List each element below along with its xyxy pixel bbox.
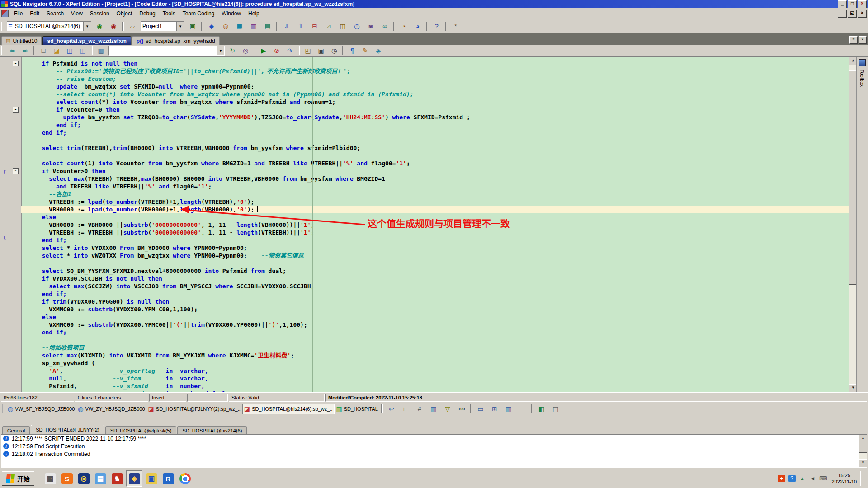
menu-view[interactable]: View <box>67 9 86 18</box>
taskbar-explorer-icon[interactable]: ▣ <box>144 471 159 486</box>
code-line[interactable]: 'A', --v_operflag in varchar, <box>21 367 849 375</box>
lock-monitor-icon[interactable]: ◙ <box>364 21 377 31</box>
menu-object[interactable]: Object <box>113 9 136 18</box>
new-editor-icon[interactable]: ▱ <box>126 21 139 31</box>
db-navigator-icon[interactable]: ◆ <box>205 21 218 31</box>
job-scheduler-icon[interactable]: ◷ <box>350 21 363 31</box>
menu-window[interactable]: Window <box>218 9 245 18</box>
table-data-icon[interactable]: ⊞ <box>488 404 501 414</box>
code-line[interactable]: -- raise Ecustom; <box>21 75 849 83</box>
output-tab-General[interactable]: General <box>2 426 30 434</box>
session-sd-hospital[interactable]: ▦SD_HOSPITAL <box>335 404 379 414</box>
taskbar-sqlnav-icon[interactable]: ◈ <box>126 470 142 487</box>
refresh-icon[interactable]: ↻ <box>226 46 239 55</box>
taskbar-uc-browser-icon[interactable]: S <box>59 471 75 486</box>
code-line[interactable]: 1, --v_bmgzid in number default 0, <box>21 390 849 392</box>
session-browser-icon[interactable]: ◫ <box>336 21 349 31</box>
scrollbar-thumb[interactable] <box>859 442 867 453</box>
close-session-icon[interactable]: ◉ <box>107 21 120 31</box>
code-line[interactable]: VXMMC00 := substrb(VYDXX00.YPMC00||'('||… <box>21 321 849 328</box>
code-line[interactable]: if VYDXX00.SCCJBH is not null then <box>21 275 849 282</box>
axes-icon[interactable]: ∟ <box>399 404 412 414</box>
tab-sd_hospital.sp_wz_wzzdzsfxm[interactable]: sd_hospital.sp_wz_wzzdzsfxm <box>42 36 131 45</box>
copy-icon[interactable]: ▣ <box>315 46 327 55</box>
code-line[interactable] <box>21 152 849 160</box>
history-icon[interactable]: ◷ <box>328 46 340 55</box>
editor-vertical-scrollbar[interactable]: ▲ ▼ <box>849 57 857 392</box>
grid-view-icon[interactable]: ▦ <box>427 404 440 414</box>
code-line[interactable]: if Vcounter=0 then <box>21 106 849 113</box>
save-all-icon[interactable]: ◫ <box>76 46 89 55</box>
code-line[interactable]: end if; <box>21 236 849 244</box>
code-line[interactable]: select max(SCCJZW) into VSCCJ00 from BM_… <box>21 282 849 290</box>
code-line[interactable]: select count(*) into Vcounter from bm_wz… <box>21 98 849 106</box>
menu-team-coding[interactable]: Team Coding <box>179 9 218 18</box>
sql-monitor-icon[interactable]: ▥ <box>247 21 260 31</box>
toolbar-grip[interactable] <box>1 46 4 55</box>
code-line[interactable]: update bm_yysfxm set TZRQ00=to_char(SYSd… <box>21 113 849 121</box>
execute-icon[interactable]: ▶ <box>257 46 270 55</box>
code-line[interactable]: --select count(*) into Vcounter from bm_… <box>21 90 849 98</box>
sort-icon[interactable]: ≡ <box>516 404 529 414</box>
find-icon[interactable]: ◎ <box>239 46 252 55</box>
code-line[interactable]: sp_xm_yywhadd ( <box>21 359 849 367</box>
editor-window-icon[interactable] <box>1 10 9 17</box>
code-assistant-icon[interactable]: ✎ <box>359 46 372 55</box>
customize-toolbar-icon[interactable]: * <box>449 21 462 31</box>
code-line[interactable]: VBH0000 := lpad(to_number(VBH0000)+1,len… <box>21 206 849 213</box>
tab-sd_hospital.sp_xm_yywhadd[interactable]: p()sd_hospital.sp_xm_yywhadd <box>132 36 220 45</box>
new-session-icon[interactable]: ◉ <box>93 21 106 31</box>
tray-volume-icon[interactable]: ◄ <box>809 474 817 483</box>
taskbar-chrome-icon[interactable] <box>177 471 193 486</box>
erd-diagram-icon[interactable]: ⊟ <box>308 21 321 31</box>
code-line[interactable]: select * into vWZQTXX From bm_wzqtxx whe… <box>21 252 849 259</box>
wrap-toggle-icon[interactable]: ↩ <box>385 404 398 414</box>
nav-back-icon[interactable]: ⇦ <box>6 46 19 55</box>
tray-security-icon[interactable]: + <box>778 474 786 483</box>
tab-Untitled10[interactable]: ▤Untitled10 <box>1 36 42 45</box>
explain-plan-icon[interactable]: ⊿ <box>322 21 335 31</box>
code-line[interactable]: VXMMC00 := substrb(VYDXX00.YPM C00,1,100… <box>21 305 849 313</box>
code-line[interactable] <box>21 336 849 344</box>
print-grid-icon[interactable]: ▤ <box>549 404 562 414</box>
format-code-icon[interactable]: ¶ <box>346 46 359 55</box>
project-manager-icon[interactable]: ▣ <box>186 21 199 31</box>
taskbar-chess-app-icon[interactable]: ♞ <box>109 471 125 486</box>
log-line[interactable]: i12:18:02 Transaction Committed <box>1 450 867 458</box>
code-line[interactable]: select max(KJXMID) into VKJXMID from BM_… <box>21 352 849 359</box>
code-line[interactable]: --增加收费项目 <box>21 344 849 352</box>
taskbar-rdp-icon[interactable]: R <box>160 471 176 486</box>
step-over-icon[interactable]: ↷ <box>283 46 296 55</box>
show-desktop-button[interactable] <box>863 471 866 486</box>
profiler-icon[interactable]: ◕ <box>411 21 425 31</box>
benchmark-icon[interactable]: ◔ <box>397 21 410 31</box>
menu-edit[interactable]: Edit <box>26 9 43 18</box>
code-line[interactable] <box>21 259 849 267</box>
open-file-icon[interactable]: ◪ <box>50 46 63 55</box>
taskbar-calculator-icon[interactable]: ▦ <box>42 471 58 486</box>
fold-toggle-icon[interactable]: - <box>13 168 19 174</box>
output-tab-SD_HOSPITAL@FJLNYY(2)[interactable]: SD_HOSPITAL@FJLNYY(2) <box>31 425 104 434</box>
toolbar-grip[interactable] <box>2 404 4 413</box>
menu-tools[interactable]: Tools <box>159 9 179 18</box>
maximize-button[interactable]: □ <box>848 0 857 8</box>
row-numbers-icon[interactable]: # <box>413 404 426 414</box>
code-line[interactable]: -- Ptsxx00:='该物资已经对应了收费项目ID='||to_char(P… <box>21 67 849 75</box>
menu-session[interactable]: Session <box>86 9 113 18</box>
code-line[interactable]: if Vcounter>0 then <box>21 167 849 175</box>
export-table-icon[interactable]: ⇧ <box>294 21 307 31</box>
scroll-down-icon[interactable]: ▼ <box>859 459 867 467</box>
bookmark-icon[interactable]: ◈ <box>372 46 385 55</box>
toolbox-panel-tab[interactable]: Toolbox <box>856 57 868 392</box>
taskbar-notepad-icon[interactable]: ▤ <box>93 471 108 486</box>
export-grid-icon[interactable]: ◧ <box>535 404 548 414</box>
mdi-minimize-button[interactable]: _ <box>838 10 847 18</box>
help-icon[interactable]: ? <box>430 21 443 31</box>
doc-tab-close-button[interactable]: × <box>859 36 867 44</box>
session-proc-fjlnyy[interactable]: ◪SD_HOSPITAL@FJLNYY(2):sp_wz_.. <box>147 404 242 414</box>
single-record-icon[interactable]: ▭ <box>474 404 487 414</box>
code-line[interactable]: end if; <box>21 129 849 136</box>
code-line[interactable]: VTREEBH := lpad(to_number(VTREEBH)+1,len… <box>21 198 849 206</box>
code-line[interactable]: end if; <box>21 328 849 336</box>
panel-splitter[interactable] <box>0 415 868 423</box>
